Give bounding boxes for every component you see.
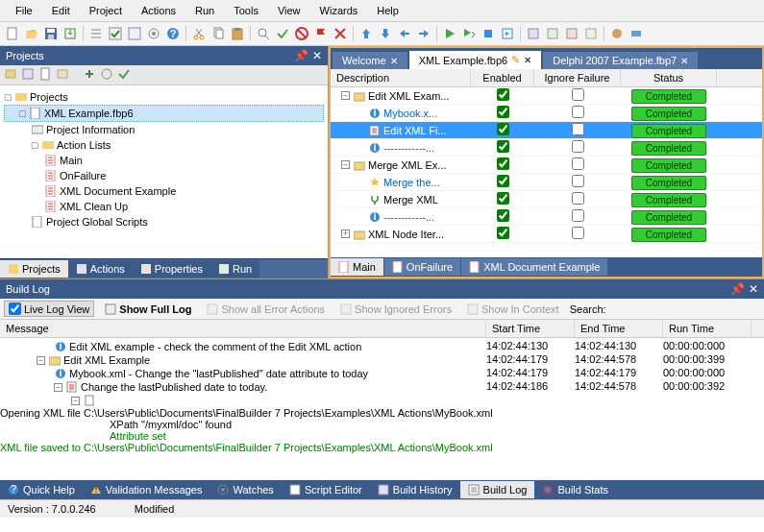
left-tab-run[interactable]: Run (210, 260, 259, 278)
col-ignore[interactable]: Ignore Failure (534, 69, 621, 86)
ptool6-icon[interactable] (100, 67, 115, 83)
enabled-checkbox[interactable] (497, 227, 509, 239)
left-tab-projects[interactable]: Projects (0, 260, 68, 278)
col-status[interactable]: Status (621, 69, 717, 86)
up-icon[interactable] (357, 25, 375, 42)
expand-icon[interactable]: − (54, 383, 62, 392)
enabled-checkbox[interactable] (497, 209, 509, 222)
show-context[interactable]: Show In Context (462, 302, 564, 317)
grid-row[interactable]: Merge the...Completed (331, 174, 762, 191)
expand-icon[interactable]: − (37, 356, 45, 365)
footer-tab-watches[interactable]: Watches (209, 481, 281, 498)
cancel-icon[interactable] (293, 25, 310, 42)
menu-actions[interactable]: Actions (132, 3, 185, 18)
expand-icon[interactable]: − (341, 91, 350, 100)
new-icon[interactable] (4, 25, 21, 42)
menu-project[interactable]: Project (80, 3, 132, 18)
form-icon[interactable] (126, 25, 143, 42)
log-row[interactable]: −Edit XML Example14:02:44:17914:02:44:57… (0, 353, 764, 367)
list-icon[interactable] (87, 25, 105, 42)
ignore-checkbox[interactable] (572, 209, 584, 222)
step-icon[interactable] (499, 25, 516, 42)
col-run[interactable]: Run Time (663, 320, 752, 337)
ignore-checkbox[interactable] (572, 175, 584, 187)
grid-row[interactable]: i------------...Completed (331, 208, 762, 226)
cut-icon[interactable] (190, 25, 208, 42)
tree-doc[interactable]: XML Document Example (4, 183, 324, 199)
expand-icon[interactable]: − (341, 160, 350, 169)
ptool4-icon[interactable] (56, 67, 71, 83)
enabled-checkbox[interactable] (497, 123, 509, 135)
menu-help[interactable]: Help (367, 3, 408, 18)
ptool5-icon[interactable] (83, 67, 98, 83)
doc-tab[interactable]: Delphi 2007 Example.fbp7✕ (543, 52, 698, 69)
tree-file[interactable]: ▢XML Example.fbp6 (4, 105, 324, 122)
expand-icon[interactable]: + (341, 230, 350, 238)
show-ignored[interactable]: Show Ignored Errors (335, 302, 456, 317)
footer-tab-build-log[interactable]: Build Log (460, 481, 535, 498)
footer-tab-quick-help[interactable]: ?Quick Help (0, 481, 83, 498)
open-icon[interactable] (23, 25, 40, 42)
task2-icon[interactable] (544, 25, 561, 42)
grid-row[interactable]: +XML Node Iter...Completed (331, 226, 762, 243)
col-message[interactable]: Message (0, 320, 486, 337)
log-row[interactable]: −Change the lastPublished date to today.… (0, 380, 764, 394)
enabled-checkbox[interactable] (497, 106, 509, 118)
ignore-checkbox[interactable] (572, 123, 584, 135)
down-icon[interactable] (377, 25, 394, 42)
enabled-checkbox[interactable] (497, 88, 509, 101)
footer-tab-script-editor[interactable]: Script Editor (282, 481, 370, 498)
ptool3-icon[interactable] (38, 67, 54, 83)
delete-icon[interactable] (332, 25, 349, 42)
ptool7-icon[interactable] (117, 67, 133, 83)
tree-info[interactable]: Project Information (4, 122, 324, 137)
ptool2-icon[interactable] (21, 67, 37, 83)
menu-tools[interactable]: Tools (224, 3, 268, 18)
close-icon[interactable]: ✕ (390, 56, 398, 66)
ignore-checkbox[interactable] (572, 106, 584, 118)
tree-global[interactable]: Project Global Scripts (4, 214, 324, 230)
enabled-checkbox[interactable] (497, 140, 509, 153)
left-tab-properties[interactable]: Properties (133, 260, 210, 278)
grid-row[interactable]: i------------...Completed (331, 139, 762, 157)
left-icon[interactable] (396, 25, 413, 42)
ignore-checkbox[interactable] (572, 227, 584, 239)
grid-row[interactable]: Edit XML Fi...Completed (331, 122, 762, 139)
task1-icon[interactable] (525, 25, 542, 42)
log-row[interactable]: iEdit XML example - check the comment of… (0, 340, 764, 353)
tree-root[interactable]: ▢Projects (4, 89, 324, 105)
col-start[interactable]: Start Time (486, 320, 575, 337)
grid-row[interactable]: iMybook.x...Completed (331, 105, 762, 122)
log-row[interactable]: iMybook.xml - Change the "lastPublished"… (0, 367, 764, 380)
gear-icon[interactable] (145, 25, 162, 42)
export-icon[interactable] (62, 25, 79, 42)
ignore-checkbox[interactable] (572, 88, 584, 101)
enabled-checkbox[interactable] (497, 157, 509, 170)
tree-main[interactable]: Main (4, 153, 324, 168)
menu-edit[interactable]: Edit (42, 3, 80, 18)
accept-icon[interactable] (274, 25, 291, 42)
show-errors[interactable]: Show all Error Actions (202, 302, 330, 317)
ignore-checkbox[interactable] (572, 192, 584, 205)
col-end[interactable]: End Time (575, 320, 663, 337)
tree-actions[interactable]: ▢Action Lists (4, 137, 324, 153)
menu-wizards[interactable]: Wizards (310, 3, 368, 18)
flag-icon[interactable] (312, 25, 330, 42)
tool1-icon[interactable] (608, 25, 626, 42)
grid-row[interactable]: −Edit XML Exam...Completed (331, 87, 762, 105)
menu-view[interactable]: View (268, 3, 310, 18)
log-row[interactable]: − (0, 394, 764, 407)
bottom-tab[interactable]: OnFailure (384, 258, 460, 276)
col-description[interactable]: Description (331, 69, 471, 86)
search-icon[interactable] (255, 25, 272, 42)
ignore-checkbox[interactable] (572, 140, 584, 153)
col-enabled[interactable]: Enabled (471, 69, 534, 86)
close-icon[interactable]: ✕ (749, 282, 758, 296)
footer-tab-build-history[interactable]: Build History (370, 481, 460, 498)
ignore-checkbox[interactable] (572, 157, 584, 170)
tool2-icon[interactable] (628, 25, 645, 42)
help-icon[interactable]: ? (164, 25, 182, 42)
check-icon[interactable] (107, 25, 124, 42)
right-icon[interactable] (415, 25, 432, 42)
enabled-checkbox[interactable] (497, 175, 509, 187)
